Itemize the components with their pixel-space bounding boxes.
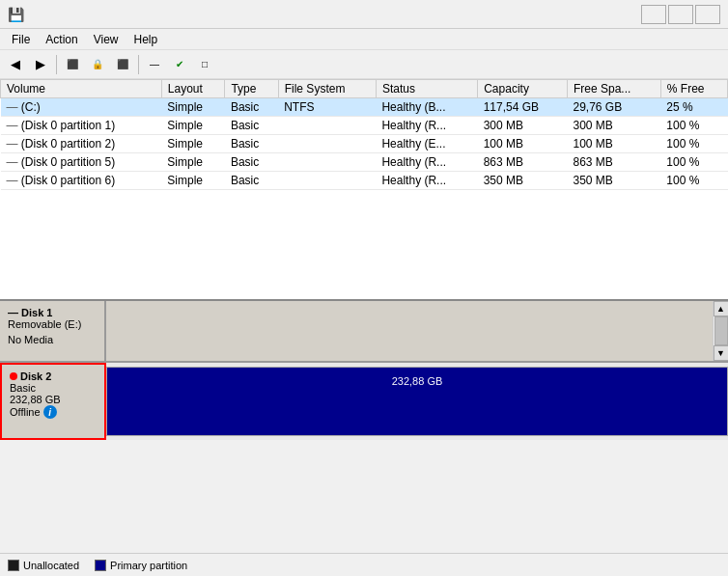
table-cell: 100 % [660,153,727,172]
col-filesystem[interactable]: File System [278,80,376,98]
table-cell: Basic [225,153,278,172]
table-row[interactable]: — (Disk 0 partition 1)SimpleBasicHealthy… [1,117,728,135]
table-cell: Basic [225,98,278,117]
table-cell: NTFS [278,98,376,117]
table-area: Volume Layout Type File System Status Ca… [0,79,728,301]
disk2-status-row: Offline i [10,405,97,419]
table-cell: Basic [225,117,278,135]
table-cell: 300 MB [567,117,660,135]
toolbar-btn1[interactable]: ⬛ [61,53,84,76]
table-row[interactable]: — (C:)SimpleBasicNTFSHealthy (B...117,54… [1,98,728,117]
disk1-partitions [106,301,713,361]
disk2-type: Basic [10,382,97,394]
col-percentfree[interactable]: % Free [660,80,727,98]
table-cell: — (Disk 0 partition 2) [1,135,162,153]
disk-scrollbar[interactable]: ▲ ▼ [713,301,728,361]
disk2-partition1[interactable]: 232,88 GB [106,367,728,436]
menu-bar: File Action View Help [0,29,728,50]
col-type[interactable]: Type [225,80,278,98]
toolbar-btn2[interactable]: 🔒 [86,53,109,76]
legend-primary: Primary partition [95,560,187,571]
toolbar-btn5[interactable]: ✔ [168,53,191,76]
toolbar-back[interactable]: ◀ [4,53,27,76]
toolbar-sep2 [138,55,139,74]
menu-action[interactable]: Action [38,31,85,48]
table-cell: 25 % [660,98,727,117]
disk1-type: Removable (E:) [8,318,97,330]
table-cell: Healthy (B... [376,98,477,117]
table-cell: — (Disk 0 partition 6) [1,172,162,190]
disk1-row: — Disk 1 Removable (E:) No Media ▲ ▼ [0,301,728,363]
legend-primary-label: Primary partition [110,560,187,571]
table-cell: Basic [225,172,278,190]
table-cell: Simple [161,153,225,172]
table-cell: 100 % [660,135,727,153]
app-icon: 💾 [8,7,24,22]
table-cell: Simple [161,135,225,153]
toolbar-sep1 [56,55,57,74]
legend-unallocated-box [8,560,19,571]
table-cell: Simple [161,172,225,190]
table-cell: Basic [225,135,278,153]
close-button[interactable] [695,5,720,24]
table-cell: — (Disk 0 partition 5) [1,153,162,172]
table-row[interactable]: — (Disk 0 partition 5)SimpleBasicHealthy… [1,153,728,172]
table-cell: Simple [161,98,225,117]
toolbar-forward[interactable]: ▶ [29,53,52,76]
disk2-size: 232,88 GB [10,394,97,405]
disk2-label: Disk 2 Basic 232,88 GB Offline i [0,363,106,440]
toolbar-btn4[interactable]: — [143,53,166,76]
col-capacity[interactable]: Capacity [478,80,568,98]
toolbar-btn6[interactable]: □ [193,53,216,76]
table-cell: 100 MB [478,135,568,153]
legend-unallocated: Unallocated [8,560,79,571]
table-cell: — (Disk 0 partition 1) [1,117,162,135]
toolbar-btn3[interactable]: ⬛ [111,53,134,76]
disk2-info-icon[interactable]: i [43,405,57,419]
table-cell: — (C:) [1,98,162,117]
disk2-partitions: 232,88 GB [106,363,728,440]
disk1-name: — Disk 1 [8,307,97,318]
table-cell [278,172,376,190]
table-row[interactable]: — (Disk 0 partition 6)SimpleBasicHealthy… [1,172,728,190]
maximize-button[interactable] [668,5,693,24]
scroll-up[interactable]: ▲ [714,301,729,316]
disk2-name-row: Disk 2 [10,370,97,382]
disk2-name: Disk 2 [20,370,51,382]
col-status[interactable]: Status [376,80,477,98]
table-cell: 350 MB [567,172,660,190]
col-freespace[interactable]: Free Spa... [567,80,660,98]
table-cell: 863 MB [478,153,568,172]
menu-view[interactable]: View [86,31,126,48]
disk-area: — Disk 1 Removable (E:) No Media ▲ ▼ [0,301,728,553]
disk2-row: Disk 2 Basic 232,88 GB Offline i 232,88 … [0,363,728,440]
scroll-track [714,316,728,345]
table-cell: 29,76 GB [567,98,660,117]
menu-help[interactable]: Help [126,31,166,48]
table-cell: 863 MB [567,153,660,172]
title-bar: 💾 [0,0,728,29]
table-cell: 100 MB [567,135,660,153]
table-cell: Simple [161,117,225,135]
table-cell [278,135,376,153]
minimize-button[interactable] [641,5,666,24]
volumes-table: Volume Layout Type File System Status Ca… [0,79,728,190]
table-cell: 100 % [660,117,727,135]
legend-unallocated-label: Unallocated [23,560,79,571]
table-cell [278,153,376,172]
disk-area-wrapper: — Disk 1 Removable (E:) No Media ▲ ▼ [0,301,728,576]
table-row[interactable]: — (Disk 0 partition 2)SimpleBasicHealthy… [1,135,728,153]
col-layout[interactable]: Layout [161,80,225,98]
toolbar: ◀ ▶ ⬛ 🔒 ⬛ — ✔ □ [0,50,728,79]
main-content: Volume Layout Type File System Status Ca… [0,79,728,576]
offline-indicator [10,372,17,380]
table-cell: 117,54 GB [478,98,568,117]
menu-file[interactable]: File [4,31,38,48]
table-cell: 100 % [660,172,727,190]
table-cell: Healthy (R... [376,117,477,135]
scroll-down[interactable]: ▼ [714,345,729,361]
table-header-row: Volume Layout Type File System Status Ca… [1,80,728,98]
scroll-thumb[interactable] [714,316,728,345]
col-volume[interactable]: Volume [1,80,162,98]
table-cell: 300 MB [478,117,568,135]
